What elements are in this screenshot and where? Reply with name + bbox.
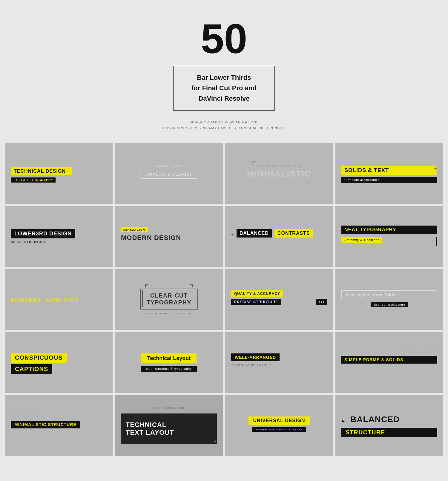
card-conspicuous[interactable]: CONSPICUOUS CAPTIONS <box>5 332 113 393</box>
card10-corner-tr <box>190 284 193 287</box>
card-technical-text-layout[interactable]: clear composition TECHNICALTEXT LAYOUT ≡ <box>115 395 223 456</box>
card-grid: TECHNICAL DESIGN_ + CLEAR TYPOGRAPHY MOD… <box>0 137 448 465</box>
card18-menu-icon: ≡ <box>214 439 216 443</box>
card11-main-label: QUALITY & ACCURACY <box>231 290 283 297</box>
card12-sub-label: clear-cut architecture <box>370 302 408 307</box>
card11-arrows: >>> <box>316 299 327 305</box>
card-technical-design[interactable]: TECHNICAL DESIGN_ + CLEAR TYPOGRAPHY <box>5 143 113 204</box>
card9-dots: · · · · · · · · <box>11 292 34 295</box>
hero-title-line2: for Final Cut Pro and <box>191 84 257 92</box>
menu-icon: ≡ <box>434 166 437 171</box>
card10-corner-tl <box>145 284 148 287</box>
card13-label1: CONSPICUOUS <box>11 353 67 363</box>
card3-top-label: GEOMETRIC STRUCTURE <box>257 164 302 167</box>
card8-sub-label: Visibility & Contrast <box>341 237 382 243</box>
card5-sub-label: CLEAR STRUCTURE · · · · · · · · · · · · <box>11 241 107 243</box>
card5-main-label: LOWER3RD DESIGN <box>11 229 75 238</box>
card-balanced-contrasts[interactable]: + BALANCED CONTRASTS <box>225 206 333 267</box>
hero-title-box: Bar Lower Thirds for Final Cut Pro and D… <box>173 66 275 111</box>
card12-box-label: Neat Layout Lower Thirds <box>341 290 437 299</box>
card7-label1: BALANCED <box>237 229 272 238</box>
card-balanced-structure[interactable]: ► BALANCED STRUCTURE <box>335 395 443 456</box>
card8-main-label: NEAT TYPOGRAPHY <box>341 226 437 234</box>
card-neat-typography[interactable]: NEAT TYPOGRAPHY Visibility & Contrast <box>335 206 443 267</box>
card-universal-design[interactable]: UNIVERSAL DESIGN MINIMALISTIC & MULTI-PU… <box>225 395 333 456</box>
card20-arrow: ► <box>341 419 346 423</box>
card11-sub-label: PRECISE STRUCTURE <box>231 299 281 305</box>
card9-main-label: POWERFUL SIMPLICITY <box>11 298 79 304</box>
card17-top-label: NEAT TYPOGRAPHY <box>11 415 46 418</box>
card4-main-label: SOLIDS & TEXT <box>341 166 437 175</box>
card-technical-layout[interactable]: Technical Layout clear structure & typog… <box>115 332 223 393</box>
card2-box-label: QUALITY & CLARITY <box>140 170 197 179</box>
card18-main-text: TECHNICALTEXT LAYOUT <box>126 421 174 437</box>
hero-section: 50 Bar Lower Thirds for Final Cut Pro an… <box>0 0 448 137</box>
card-well-arranged[interactable]: WELL-ARRANGED TYPOGRAPHY LAYOUT <box>225 332 333 393</box>
card3-corner-tl <box>252 161 256 165</box>
card8-bar <box>436 237 437 246</box>
card-powerful-simplicity[interactable]: · · · · · · · · POWERFUL SIMPLICITY <box>5 269 113 330</box>
card1-sub-label: + CLEAR TYPOGRAPHY <box>11 177 56 183</box>
card-clearcut-typography[interactable]: CLEAR-CUTTYPOGRAPHY CONTRASTED STYLIZATI… <box>115 269 223 330</box>
card14-sub-label: clear structure & typography <box>141 366 197 372</box>
card18-top-label: clear composition <box>153 406 184 409</box>
card19-main-label: UNIVERSAL DESIGN <box>248 416 310 425</box>
hero-number: 50 <box>6 18 442 60</box>
card17-main-label: MINIMALISTIC STRUCTURE <box>11 421 80 428</box>
card-lower3rd-design[interactable]: LOWER3RD DESIGN CLEAR STRUCTURE · · · · … <box>5 206 113 267</box>
hero-title-line3: DaVinci Resolve <box>199 95 250 102</box>
card7-plus: + <box>231 232 234 238</box>
card10-main-label: CLEAR-CUTTYPOGRAPHY <box>140 289 198 310</box>
card16-main-label: SIMPLE FORMS & SOLIDS <box>341 356 437 364</box>
card13-label2: CAPTIONS <box>11 364 52 374</box>
card-solids-text[interactable]: SOLIDS & TEXT Clear-cut architecture ≡ <box>335 143 443 204</box>
card20-main-label: BALANCED <box>350 415 400 424</box>
card20-sub-label: STRUCTURE <box>341 428 437 437</box>
card3-corner-br <box>306 180 309 183</box>
card-quality-accuracy[interactable]: QUALITY & ACCURACY PRECISE STRUCTURE >>> <box>225 269 333 330</box>
card-quality-clarity[interactable]: MODERN LOOK QUALITY & CLARITY <box>115 143 223 204</box>
card-neat-layout[interactable]: Neat Layout Lower Thirds clear-cut archi… <box>335 269 443 330</box>
card18-main-box: TECHNICALTEXT LAYOUT <box>121 413 217 444</box>
card-simple-forms[interactable]: MINIMALISTIC DESIGN SIMPLE FORMS & SOLID… <box>335 332 443 393</box>
card15-sub-label: TYPOGRAPHY LAYOUT <box>231 364 271 367</box>
card6-top-label: MINIMALISM <box>121 227 148 232</box>
card-modern-design[interactable]: MINIMALISM MODERN DESIGN <box>115 206 223 267</box>
card6-main-label: MODERN DESIGN <box>121 234 181 242</box>
card-minimalistic[interactable]: GEOMETRIC STRUCTURE MINIMALISTIC <box>225 143 333 204</box>
card7-label2: CONTRASTS <box>274 229 313 238</box>
card1-main-label: TECHNICAL DESIGN_ <box>11 167 72 175</box>
card19-sub-label: MINIMALISTIC & MULTI-PURPOSE <box>252 427 306 432</box>
card2-top-label: MODERN LOOK <box>156 164 182 167</box>
hero-subtitle: HOVER OR TAP TO VIEW ANIMATIONS FCP AND … <box>6 120 442 131</box>
card10-sub-label: CONTRASTED STYLIZATION <box>146 312 191 315</box>
card3-main-label: MINIMALISTIC <box>247 169 311 179</box>
card14-main-label: Technical Layout <box>141 353 197 363</box>
card15-main-label: WELL-ARRANGED <box>231 353 280 361</box>
card-neat-typography-2[interactable]: NEAT TYPOGRAPHY MINIMALISTIC STRUCTURE <box>5 395 113 456</box>
card4-sub-label: Clear-cut architecture <box>341 177 437 183</box>
card16-top-label: MINIMALISTIC DESIGN <box>400 349 437 352</box>
hero-title-line1: Bar Lower Thirds <box>197 74 251 81</box>
